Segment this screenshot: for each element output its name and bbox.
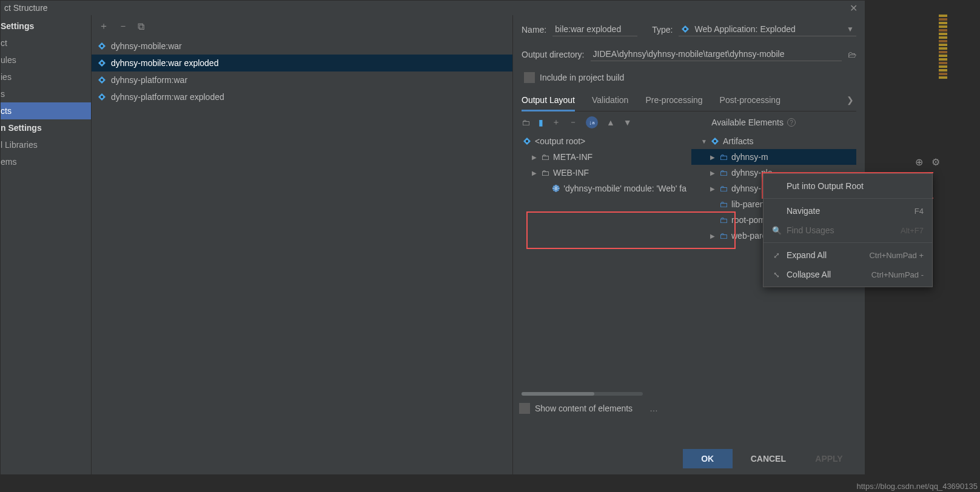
settings-sidebar: Settings ctulesiesscts n Settings l Libr…	[1, 15, 92, 474]
expand-icon[interactable]: ▼	[701, 138, 707, 145]
expand-icon[interactable]: ▶	[710, 154, 716, 161]
artifact-list-item[interactable]: dyhnsy-mobile:war exploded	[92, 55, 512, 71]
move-up-icon[interactable]: ▲	[606, 118, 615, 127]
ok-button[interactable]: OK	[683, 449, 733, 468]
copy-icon[interactable]: ⧉	[138, 21, 144, 32]
module-folder-icon: 🗀	[719, 199, 728, 209]
include-in-build-checkbox[interactable]: Include in project build	[524, 72, 856, 83]
output-layout-tree[interactable]: <output root> ▶🗀META-INF▶🗀WEB-INF'dyhnsy…	[522, 133, 691, 474]
svg-point-7	[101, 96, 103, 98]
add-icon[interactable]: ＋	[99, 20, 109, 33]
context-menu-item[interactable]: ⤡Collapse AllCtrl+NumPad -	[764, 265, 932, 284]
module-folder-icon: 🗀	[719, 168, 728, 178]
dialog-button-row: OK CANCEL APPLY	[683, 449, 854, 468]
cancel-button[interactable]: CANCEL	[740, 449, 797, 468]
context-menu-item[interactable]: ⤢Expand AllCtrl+NumPad +	[764, 245, 932, 265]
new-archive-icon[interactable]: ▮	[539, 118, 543, 127]
project-structure-dialog: ct Structure ✕ Settings ctulesiesscts n …	[0, 0, 865, 475]
expand-icon[interactable]: ▶	[531, 170, 537, 176]
remove-item-icon[interactable]: －	[569, 117, 577, 128]
tabs-overflow-icon[interactable]: ❯	[844, 91, 856, 111]
context-menu-separator	[764, 242, 932, 243]
output-tree-node[interactable]: 'dyhnsy-mobile' module: 'Web' fa	[522, 181, 688, 196]
output-layout-toolbar: 🗀 ▮ ＋ － ↓a ▲ ▼ Available Elements ?	[522, 111, 856, 133]
ellipsis-icon[interactable]: …	[649, 404, 658, 413]
context-menu-item[interactable]: NavigateF4	[764, 201, 932, 221]
name-label: Name:	[522, 25, 546, 35]
output-root-node[interactable]: <output root>	[522, 133, 688, 149]
svg-point-11	[526, 140, 528, 142]
folder-icon: 🗀	[541, 168, 549, 178]
sidebar-item[interactable]: ems	[1, 153, 91, 170]
watermark-url: https://blog.csdn.net/qq_43690135	[857, 482, 978, 491]
sidebar-item[interactable]: cts	[1, 102, 91, 119]
expand-icon[interactable]: ▶	[531, 154, 537, 161]
artifacts-root-node[interactable]: ▼ Artifacts	[691, 133, 856, 149]
expand-icon[interactable]: ▶	[710, 233, 716, 239]
checkbox-box[interactable]	[524, 72, 535, 83]
artifact-list-item[interactable]: dyhnsy-mobile:war	[92, 38, 512, 55]
chevron-down-icon: ▼	[847, 25, 854, 33]
sidebar-item[interactable]: s	[1, 85, 91, 102]
artifact-icon	[98, 42, 106, 50]
artifact-icon	[711, 137, 719, 145]
shortcut-label: Ctrl+NumPad -	[871, 270, 924, 279]
artifact-list[interactable]: dyhnsy-mobile:wardyhnsy-mobile:war explo…	[92, 38, 512, 474]
web-facet-icon	[552, 184, 560, 193]
close-icon[interactable]: ✕	[846, 2, 861, 14]
sidebar-item[interactable]: l Libraries	[1, 136, 91, 153]
module-folder-icon: 🗀	[719, 184, 728, 193]
available-element-node[interactable]: ▶🗀dyhnsy-m	[691, 149, 856, 165]
add-copy-icon[interactable]: ＋	[552, 117, 560, 128]
search-icon: 🔍	[772, 226, 780, 235]
sort-alpha-button[interactable]: ↓a	[586, 116, 598, 128]
include-in-build-label: Include in project build	[540, 73, 624, 82]
expand-icon[interactable]: ▶	[710, 185, 716, 192]
tab-pre-processing[interactable]: Pre-processing	[645, 91, 702, 111]
svg-point-9	[684, 28, 686, 30]
output-tree-node[interactable]: ▶🗀META-INF	[522, 149, 688, 165]
checkbox-box[interactable]	[519, 403, 530, 414]
apply-button[interactable]: APPLY	[804, 449, 854, 468]
artifact-icon	[98, 93, 106, 101]
shortcut-label: F4	[915, 207, 924, 216]
type-dropdown[interactable]: Web Application: Exploded ▼	[679, 22, 856, 36]
sidebar-item[interactable]: ules	[1, 52, 91, 68]
type-label: Type:	[652, 25, 673, 35]
context-menu: Put into Output RootNavigateF4🔍Find Usag…	[763, 173, 933, 287]
sidebar-item[interactable]: ct	[1, 35, 91, 52]
tab-validation[interactable]: Validation	[592, 91, 628, 111]
svg-point-3	[101, 62, 103, 64]
sidebar-item[interactable]: ies	[1, 68, 91, 85]
artifact-list-toolbar: ＋ － ⧉	[92, 15, 512, 38]
collapse-all-icon: ⤡	[772, 270, 780, 279]
module-folder-icon: 🗀	[719, 152, 728, 162]
dialog-titlebar: ct Structure ✕	[1, 1, 865, 15]
name-input[interactable]	[552, 22, 637, 36]
output-directory-label: Output directory:	[522, 50, 585, 59]
horizontal-scrollbar[interactable]	[519, 392, 865, 396]
type-dropdown-label: Web Application: Exploded	[694, 24, 795, 34]
show-content-checkbox[interactable]: Show content of elements …	[519, 403, 658, 414]
new-folder-icon[interactable]: 🗀	[522, 118, 530, 127]
svg-point-1	[101, 45, 103, 47]
target-icon[interactable]: ⊕	[915, 156, 923, 168]
artifact-list-item[interactable]: dyhnsy-platform:war exploded	[92, 88, 512, 105]
move-down-icon[interactable]: ▼	[623, 118, 632, 127]
gear-icon[interactable]: ⚙	[931, 156, 940, 168]
output-tree-node[interactable]: ▶🗀WEB-INF	[522, 165, 688, 181]
remove-icon[interactable]: －	[118, 20, 128, 33]
svg-point-14	[714, 140, 716, 142]
show-content-label: Show content of elements	[535, 404, 633, 413]
context-menu-item[interactable]: Put into Output Root	[764, 176, 932, 196]
shortcut-label: Alt+F7	[901, 226, 924, 235]
tab-output-layout[interactable]: Output Layout	[522, 91, 575, 111]
expand-icon[interactable]: ▶	[710, 170, 716, 176]
artifact-list-item[interactable]: dyhnsy-platform:war	[92, 71, 512, 88]
output-directory-input[interactable]	[591, 47, 842, 61]
tab-post-processing[interactable]: Post-processing	[720, 91, 780, 111]
context-menu-separator	[764, 198, 932, 199]
artifact-icon	[98, 59, 106, 67]
help-icon[interactable]: ?	[787, 118, 796, 127]
browse-folder-icon[interactable]: 🗁	[848, 50, 856, 59]
